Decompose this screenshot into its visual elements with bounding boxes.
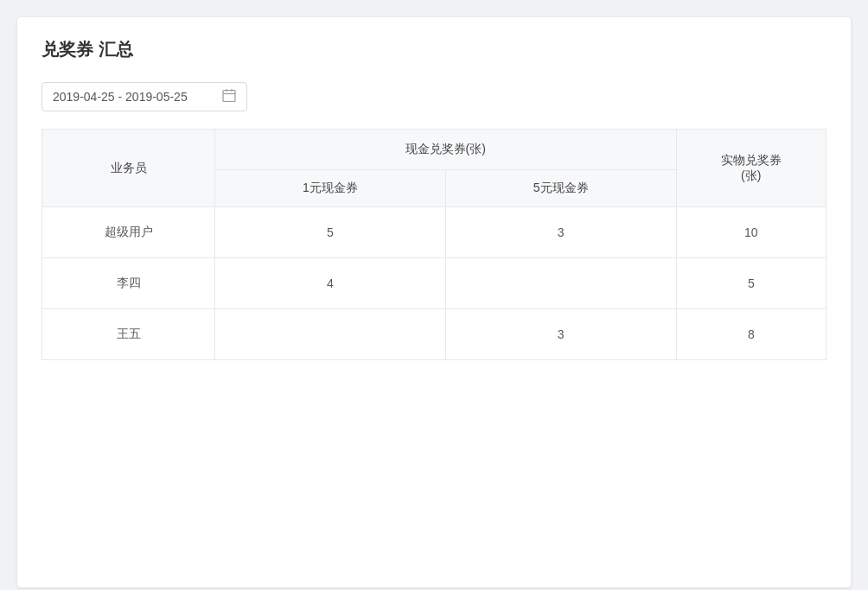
cell-physical: 10: [676, 207, 826, 258]
page-title: 兑奖券 汇总: [41, 38, 827, 61]
cell-agent: 王五: [42, 309, 215, 360]
summary-table: 业务员 现金兑奖券(张) 实物兑奖券 (张) 1元现金券 5元现金券 超级用户 …: [41, 129, 827, 360]
date-picker-wrapper: 2019-04-25 - 2019-05-25: [41, 82, 827, 111]
date-picker[interactable]: 2019-04-25 - 2019-05-25: [41, 82, 247, 111]
cell-cash5: 3: [445, 309, 676, 360]
cell-cash1: 4: [215, 258, 446, 309]
cell-agent: 李四: [42, 258, 215, 309]
table-row: 李四 4 5: [42, 258, 827, 309]
table-row: 超级用户 5 3 10: [42, 207, 827, 258]
header-cash-group: 现金兑奖券(张): [215, 130, 677, 170]
cell-cash1: [215, 309, 446, 360]
date-picker-value: 2019-04-25 - 2019-05-25: [53, 90, 188, 104]
svg-rect-0: [223, 91, 235, 102]
cell-agent: 超级用户: [42, 207, 215, 258]
calendar-icon: [222, 88, 236, 105]
header-agent: 业务员: [42, 130, 215, 207]
cell-physical: 8: [676, 309, 826, 360]
header-cash5: 5元现金券: [445, 170, 676, 207]
header-cash1: 1元现金券: [215, 170, 446, 207]
cell-cash5: [445, 258, 676, 309]
header-physical-group: 实物兑奖券 (张): [676, 130, 826, 207]
cell-physical: 5: [676, 258, 826, 309]
cell-cash1: 5: [215, 207, 446, 258]
table-row: 王五 3 8: [42, 309, 827, 360]
cell-cash5: 3: [445, 207, 676, 258]
main-card: 兑奖券 汇总 2019-04-25 - 2019-05-25 业务员 现金兑奖券…: [17, 17, 851, 587]
